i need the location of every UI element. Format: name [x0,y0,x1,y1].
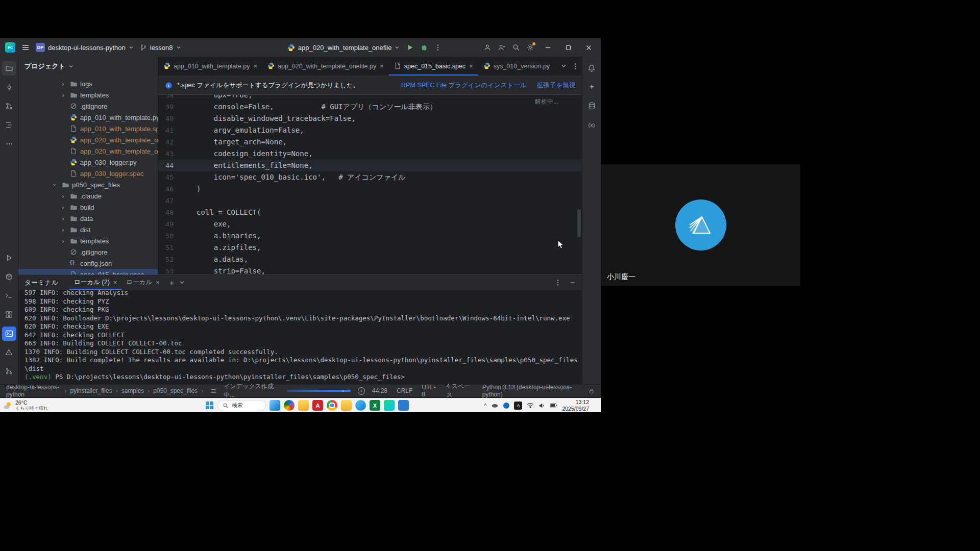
close-tab-icon[interactable] [380,62,384,70]
indexing-details-icon[interactable] [210,388,216,394]
cursor-position[interactable]: 44:28 [372,387,387,394]
project-tool-button[interactable] [2,61,16,76]
volume-icon[interactable] [538,403,545,409]
indent-setting[interactable]: 4 スペース [446,382,473,399]
tree-item[interactable]: { } app_020_with_template_onefile.s [18,145,158,157]
problems-tool-button[interactable] [2,345,16,360]
tree-item[interactable]: { } app_030_logger.spec [18,168,158,179]
editor-tab[interactable]: sys_010_version.py [478,57,561,76]
new-terminal-button[interactable] [169,278,174,287]
notifications-tool-button[interactable] [584,61,599,76]
tree-item[interactable]: { } app_010_with_template.spec [18,123,158,134]
tree-chevron-icon[interactable] [62,226,67,234]
sciview-tool-button[interactable]: (x) [584,118,599,132]
tree-chevron-icon[interactable] [62,192,67,200]
database-tool-button[interactable] [584,99,599,113]
breadcrumb-item[interactable]: p050_spec_files [153,387,198,394]
install-plugin-link[interactable]: RPM SPEC File プラグインのインストール [401,81,527,90]
project-widget[interactable]: DP desktop-ui-lessons-python [36,43,134,52]
line-separator[interactable]: CRLF [397,387,412,394]
onedrive-icon[interactable] [491,403,499,408]
start-button[interactable] [205,401,214,410]
tree-item[interactable]: { } build [18,202,158,213]
tree-chevron-icon[interactable] [62,237,67,245]
tree-item[interactable]: { } data [18,213,158,224]
terminal-tab[interactable]: ローカル [121,275,164,290]
tree-chevron-icon[interactable] [62,80,67,88]
taskbar-app-icon[interactable] [398,400,409,411]
commit-tool-button[interactable] [2,80,16,94]
run-configuration-widget[interactable]: app_020_with_template_onefile [287,44,400,52]
tree-item[interactable]: { } config.json [18,258,158,269]
tree-item[interactable]: { } .claude [18,190,158,202]
chevron-down-icon[interactable] [179,280,185,285]
add-user-icon[interactable] [498,43,506,52]
vcs-branch-widget[interactable]: lesson8 [140,44,181,52]
editor-scrollbar-thumb[interactable] [577,209,581,237]
minimize-button[interactable] [541,40,555,55]
pull-requests-tool-button[interactable] [2,99,16,113]
tree-chevron-icon[interactable] [54,181,59,189]
taskbar-app-icon[interactable] [370,400,380,411]
python-console-tool-button[interactable] [2,289,16,303]
settings-gear-icon[interactable] [526,43,534,52]
tree-chevron-icon[interactable] [62,91,67,99]
tree-item[interactable]: { } templates [18,235,158,246]
services-tool-button[interactable] [2,308,16,322]
terminal-tab[interactable]: ローカル (2) [69,275,121,290]
bluetooth-icon[interactable] [503,403,509,409]
breadcrumb-item[interactable]: desktop-ui-lessons-python [6,384,61,398]
taskbar-search[interactable]: 検索 [217,400,266,411]
terminal-tool-button[interactable] [2,327,16,341]
close-tab-icon[interactable] [113,279,117,286]
tray-expand-icon[interactable]: ^ [484,403,486,409]
breadcrumb-item[interactable]: samples [121,387,144,394]
python-packages-tool-button[interactable] [2,270,16,284]
tree-item[interactable]: { } spec_015_basic.spec [18,269,158,274]
taskbar-app-icon[interactable] [298,400,309,411]
wifi-icon[interactable] [527,403,534,408]
tree-item[interactable]: { } .gitignore [18,246,158,258]
editor-tab[interactable]: spec_015_basic.spec [389,57,478,76]
run-tool-button[interactable] [2,251,16,265]
taskbar-app-icon[interactable] [341,400,352,411]
code-editor[interactable]: 38 upx=True, 39 console=False, # GUIアプリ（… [158,95,582,274]
tree-item[interactable]: { } templates [18,89,158,101]
editor-tab[interactable]: app_020_with_template_onefile.py [262,57,389,76]
kebab-menu-icon[interactable] [554,279,561,286]
chevron-down-icon[interactable] [561,63,567,69]
tree-item[interactable]: { } .gitignore [18,101,158,112]
editor-tab[interactable]: app_010_with_template.py [158,57,262,76]
taskbar-clock[interactable]: 13:12 2025/09/27 [562,399,589,411]
more-tools-button[interactable] [2,137,16,151]
lock-icon[interactable] [589,388,595,394]
kebab-menu-icon[interactable] [572,63,579,70]
close-tab-icon[interactable] [253,62,257,70]
terminal-output[interactable]: 597 INFO: checking Analysis 598 INFO: ch… [18,290,582,384]
ignore-extension-link[interactable]: 拡張子を無視 [537,81,575,90]
taskbar-app-icon[interactable] [284,400,295,411]
tree-item[interactable]: { } logs [18,78,158,89]
tree-item[interactable]: { } p050_spec_files [18,179,158,190]
structure-tool-button[interactable] [2,118,16,132]
taskbar-app-icon[interactable] [355,400,366,411]
tree-chevron-icon[interactable] [62,215,67,222]
version-control-tool-button[interactable] [2,364,16,379]
code-with-me-icon[interactable] [483,43,492,52]
tree-item[interactable]: { } app_010_with_template.py [18,112,158,123]
taskbar-app-icon[interactable] [384,400,395,411]
breadcrumb-item[interactable]: pyinstaller_files [70,387,112,394]
tree-chevron-icon[interactable] [62,204,67,211]
ime-indicator[interactable]: A [514,402,522,410]
run-button[interactable] [406,43,414,52]
tree-item[interactable]: { } dist [18,224,158,235]
main-menu-icon[interactable] [21,43,30,52]
battery-icon[interactable] [550,403,557,408]
file-encoding[interactable]: UTF-8 [422,384,437,398]
hide-panel-icon[interactable] [570,280,576,286]
python-interpreter[interactable]: Python 3.13 (desktop-ui-lessons-python) [482,384,580,398]
pycharm-logo-icon[interactable]: PC [5,42,15,53]
close-button[interactable] [581,40,596,55]
pause-indexing-button[interactable]: ‖ [358,387,365,395]
tree-item[interactable]: { } app_020_with_template_onefile.p [18,134,158,145]
